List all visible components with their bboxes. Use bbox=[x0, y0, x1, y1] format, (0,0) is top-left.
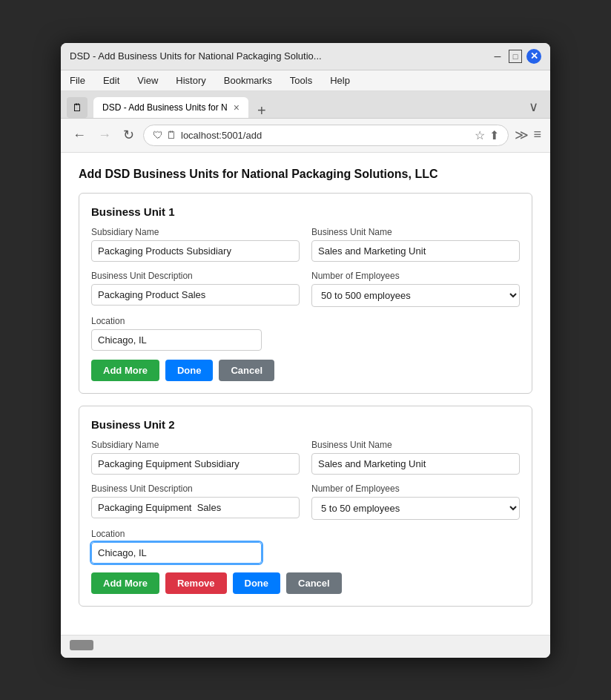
unit2-location-group: Location bbox=[91, 529, 520, 564]
business-unit-1-card: Business Unit 1 Subsidiary Name Business… bbox=[79, 193, 532, 394]
unit2-description-label: Business Unit Description bbox=[91, 483, 300, 494]
unit2-subsidiary-label: Subsidiary Name bbox=[91, 440, 300, 450]
unit1-buname-group: Business Unit Name bbox=[311, 227, 520, 262]
tab-close-button[interactable]: × bbox=[234, 102, 240, 113]
unit1-description-group: Business Unit Description bbox=[91, 271, 300, 307]
unit1-done-button[interactable]: Done bbox=[165, 360, 214, 381]
tab-label: DSD - Add Business Units for N bbox=[102, 102, 228, 113]
tab-site-icon: 🗒 bbox=[67, 97, 87, 118]
unit1-location-label: Location bbox=[91, 316, 520, 326]
new-tab-button[interactable]: + bbox=[251, 103, 272, 118]
close-button[interactable]: ✕ bbox=[526, 49, 541, 64]
unit2-location-input[interactable] bbox=[91, 542, 262, 564]
unit2-employees-group: Number of Employees 5 to 50 employees 1 … bbox=[311, 483, 520, 520]
unit2-row3: Location bbox=[91, 529, 520, 564]
menu-item-view[interactable]: View bbox=[134, 73, 161, 88]
unit2-cancel-button[interactable]: Cancel bbox=[286, 572, 342, 594]
unit2-buname-label: Business Unit Name bbox=[311, 440, 520, 450]
unit2-buname-input[interactable] bbox=[311, 453, 520, 475]
unit1-location-group: Location bbox=[91, 316, 520, 351]
unit1-add-more-button[interactable]: Add More bbox=[91, 360, 159, 381]
window-controls: – □ ✕ bbox=[491, 49, 541, 64]
back-button[interactable]: ← bbox=[70, 126, 89, 145]
forward-button[interactable]: → bbox=[95, 126, 114, 145]
window-title: DSD - Add Business Units for National Pa… bbox=[70, 50, 491, 62]
page-content: Add DSD Business Units for National Pack… bbox=[61, 153, 550, 635]
menu-item-tools[interactable]: Tools bbox=[287, 73, 315, 88]
maximize-button[interactable]: □ bbox=[509, 50, 522, 63]
menu-item-edit[interactable]: Edit bbox=[100, 73, 122, 88]
page-icon: 🗒 bbox=[166, 129, 176, 141]
unit2-remove-button[interactable]: Remove bbox=[165, 572, 227, 594]
unit1-row3: Location bbox=[91, 316, 520, 351]
address-actions: ☆ ⬆ bbox=[475, 128, 499, 142]
status-bar bbox=[61, 635, 550, 658]
unit2-description-input[interactable] bbox=[91, 497, 300, 518]
navigation-bar: ← → ↻ 🛡 🗒 localhost:5001/add ☆ ⬆ ≫ ≡ bbox=[61, 119, 550, 153]
nav-extra-buttons: ≫ ≡ bbox=[515, 127, 541, 143]
tab-dropdown-button[interactable]: ∨ bbox=[523, 96, 544, 118]
unit1-buname-input[interactable] bbox=[311, 240, 520, 262]
menu-item-file[interactable]: File bbox=[67, 73, 88, 88]
menu-item-history[interactable]: History bbox=[173, 73, 208, 88]
address-text[interactable]: localhost:5001/add bbox=[181, 130, 470, 141]
extensions-button[interactable]: ≫ bbox=[515, 127, 529, 143]
address-bar[interactable]: 🛡 🗒 localhost:5001/add ☆ ⬆ bbox=[143, 125, 509, 146]
unit2-subsidiary-group: Subsidiary Name bbox=[91, 440, 300, 475]
title-bar: DSD - Add Business Units for National Pa… bbox=[61, 43, 550, 70]
unit2-row1: Subsidiary Name Business Unit Name bbox=[91, 440, 520, 475]
browser-window: DSD - Add Business Units for National Pa… bbox=[61, 43, 550, 658]
unit1-row2: Business Unit Description Number of Empl… bbox=[91, 271, 520, 307]
unit1-description-input[interactable] bbox=[91, 284, 300, 306]
unit2-row2: Business Unit Description Number of Empl… bbox=[91, 483, 520, 520]
menu-item-help[interactable]: Help bbox=[327, 73, 353, 88]
reload-button[interactable]: ↻ bbox=[120, 125, 137, 145]
menu-bar: FileEditViewHistoryBookmarksToolsHelp bbox=[61, 70, 550, 91]
unit1-subsidiary-group: Subsidiary Name bbox=[91, 227, 300, 262]
unit2-add-more-button[interactable]: Add More bbox=[91, 572, 159, 594]
unit2-employees-select[interactable]: 5 to 50 employees 1 to 5 employees 50 to… bbox=[311, 497, 520, 520]
business-unit-2-heading: Business Unit 2 bbox=[91, 418, 520, 431]
unit1-location-input[interactable] bbox=[91, 329, 262, 351]
business-unit-1-heading: Business Unit 1 bbox=[91, 205, 520, 218]
unit1-employees-select[interactable]: 50 to 500 employees 1 to 5 employees 5 t… bbox=[311, 284, 520, 307]
unit2-buname-group: Business Unit Name bbox=[311, 440, 520, 475]
unit2-subsidiary-input[interactable] bbox=[91, 453, 300, 475]
unit1-employees-group: Number of Employees 50 to 500 employees … bbox=[311, 271, 520, 307]
unit2-location-label: Location bbox=[91, 529, 520, 539]
unit1-buname-label: Business Unit Name bbox=[311, 227, 520, 237]
star-icon[interactable]: ☆ bbox=[475, 128, 485, 142]
menu-item-bookmarks[interactable]: Bookmarks bbox=[221, 73, 275, 88]
unit2-description-group: Business Unit Description bbox=[91, 483, 300, 520]
tab-bar: 🗒 DSD - Add Business Units for N × + ∨ bbox=[61, 91, 550, 119]
address-bar-icons: 🛡 🗒 bbox=[153, 129, 176, 141]
unit1-subsidiary-input[interactable] bbox=[91, 240, 300, 262]
unit2-employees-label: Number of Employees bbox=[311, 483, 520, 494]
unit1-subsidiary-label: Subsidiary Name bbox=[91, 227, 300, 237]
browser-menu-button[interactable]: ≡ bbox=[533, 127, 541, 143]
active-tab[interactable]: DSD - Add Business Units for N × bbox=[93, 97, 248, 118]
unit2-done-button[interactable]: Done bbox=[233, 572, 281, 594]
unit1-description-label: Business Unit Description bbox=[91, 271, 300, 281]
business-unit-2-card: Business Unit 2 Subsidiary Name Business… bbox=[79, 406, 532, 607]
page-title: Add DSD Business Units for National Pack… bbox=[79, 168, 532, 181]
status-indicator bbox=[70, 640, 93, 650]
unit1-cancel-button[interactable]: Cancel bbox=[219, 360, 274, 381]
unit2-button-row: Add More Remove Done Cancel bbox=[91, 572, 520, 594]
unit1-employees-label: Number of Employees bbox=[311, 271, 520, 281]
unit1-button-row: Add More Done Cancel bbox=[91, 360, 520, 381]
minimize-button[interactable]: – bbox=[491, 50, 504, 63]
unit1-row1: Subsidiary Name Business Unit Name bbox=[91, 227, 520, 262]
shield-icon: 🛡 bbox=[153, 129, 163, 141]
share-icon[interactable]: ⬆ bbox=[489, 128, 499, 142]
